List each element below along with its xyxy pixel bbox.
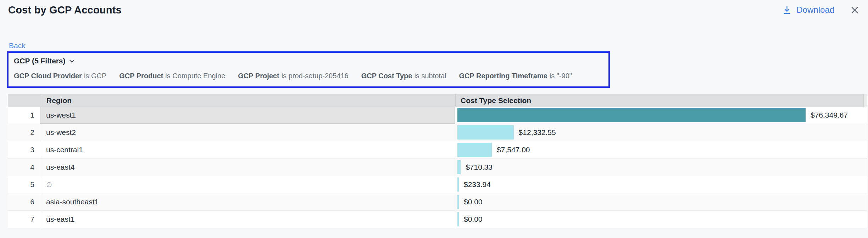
filter-summary-label: GCP (5 Filters) <box>14 57 65 65</box>
cost-cell[interactable]: $12,332.55 <box>455 124 867 141</box>
filter-panel: GCP (5 Filters) GCP Cloud Provideris GCP… <box>7 51 610 88</box>
table-header: Region Cost Type Selection <box>8 94 867 107</box>
filter-condition: is Compute Engine <box>165 72 225 80</box>
region-cell[interactable]: us-central1 <box>40 141 455 158</box>
cost-column-header[interactable]: Cost Type Selection <box>455 94 867 107</box>
cost-bar <box>457 160 461 174</box>
filter-condition: is GCP <box>84 72 106 80</box>
table-row[interactable]: 3us-central1$7,547.00 <box>8 141 867 159</box>
table-row[interactable]: 5∅$233.94 <box>8 176 867 193</box>
download-icon <box>782 5 792 15</box>
filter-condition: is prod-setup-205416 <box>282 72 349 80</box>
filter-name: GCP Cloud Provider <box>14 72 82 80</box>
chevron-down-icon <box>68 57 76 65</box>
region-cell[interactable]: us-east4 <box>40 159 455 176</box>
region-column-header[interactable]: Region <box>40 94 455 107</box>
filter-condition: is subtotal <box>414 72 446 80</box>
cost-bar <box>457 143 492 157</box>
row-number: 4 <box>8 159 40 176</box>
row-number: 5 <box>8 176 40 193</box>
filter-name: GCP Project <box>238 72 279 80</box>
row-number: 6 <box>8 193 40 210</box>
cost-cell[interactable]: $710.33 <box>455 159 867 176</box>
cost-cell[interactable]: $76,349.67 <box>455 107 867 124</box>
filter-condition: is "-90" <box>550 72 572 80</box>
header-actions: Download <box>782 5 859 15</box>
filter-summary-toggle[interactable]: GCP (5 Filters) <box>14 57 76 65</box>
filter-name: GCP Reporting Timeframe <box>459 72 547 80</box>
table-row[interactable]: 2us-west2$12,332.55 <box>8 124 867 141</box>
filter-item: GCP Cost Typeis subtotal <box>361 72 446 80</box>
cost-bar <box>457 125 514 140</box>
cost-value: $710.33 <box>466 163 493 171</box>
row-number: 3 <box>8 141 40 158</box>
table-body: 1us-west1$76,349.672us-west2$12,332.553u… <box>8 107 867 228</box>
row-number: 1 <box>8 107 40 124</box>
cost-value: $0.00 <box>464 215 483 223</box>
cost-value: $233.94 <box>464 180 491 189</box>
filter-name: GCP Product <box>119 72 163 80</box>
cost-cell[interactable]: $233.94 <box>455 176 867 193</box>
cost-bar <box>457 177 459 192</box>
filter-list: GCP Cloud Provideris GCP GCP Productis C… <box>14 72 603 80</box>
row-number-column-header <box>8 94 40 107</box>
row-number: 7 <box>8 211 40 228</box>
cost-value: $0.00 <box>464 198 483 206</box>
cost-value: $7,547.00 <box>497 146 530 154</box>
cost-bar <box>457 212 459 226</box>
cost-cell[interactable]: $0.00 <box>455 211 867 228</box>
filter-item: GCP Projectis prod-setup-205416 <box>238 72 348 80</box>
download-button[interactable]: Download <box>782 5 834 15</box>
table-row[interactable]: 7us-east1$0.00 <box>8 211 867 228</box>
filter-item: GCP Productis Compute Engine <box>119 72 225 80</box>
filter-name: GCP Cost Type <box>361 72 412 80</box>
cost-bar <box>457 108 806 122</box>
region-cell[interactable]: us-west2 <box>40 124 455 141</box>
close-icon <box>850 5 859 15</box>
region-cell[interactable]: ∅ <box>40 176 455 193</box>
table-row[interactable]: 6asia-southeast1$0.00 <box>8 193 867 211</box>
cost-cell[interactable]: $0.00 <box>455 193 867 210</box>
table-row[interactable]: 1us-west1$76,349.67 <box>8 107 867 124</box>
region-cell[interactable]: us-west1 <box>40 107 455 124</box>
filter-item: GCP Cloud Provideris GCP <box>14 72 106 80</box>
back-link[interactable]: Back <box>9 41 26 50</box>
cost-value: $12,332.55 <box>519 128 556 137</box>
table-row[interactable]: 4us-east4$710.33 <box>8 159 867 176</box>
filter-item: GCP Reporting Timeframeis "-90" <box>459 72 572 80</box>
page-title: Cost by GCP Accounts <box>8 4 122 16</box>
close-button[interactable] <box>850 5 859 15</box>
download-label: Download <box>796 5 834 15</box>
region-cell[interactable]: asia-southeast1 <box>40 193 455 210</box>
row-number: 2 <box>8 124 40 141</box>
cost-bar <box>457 195 459 209</box>
results-table: Region Cost Type Selection 1us-west1$76,… <box>8 94 867 228</box>
cost-cell[interactable]: $7,547.00 <box>455 141 867 158</box>
region-cell[interactable]: us-east1 <box>40 211 455 228</box>
cost-value: $76,349.67 <box>811 111 848 119</box>
